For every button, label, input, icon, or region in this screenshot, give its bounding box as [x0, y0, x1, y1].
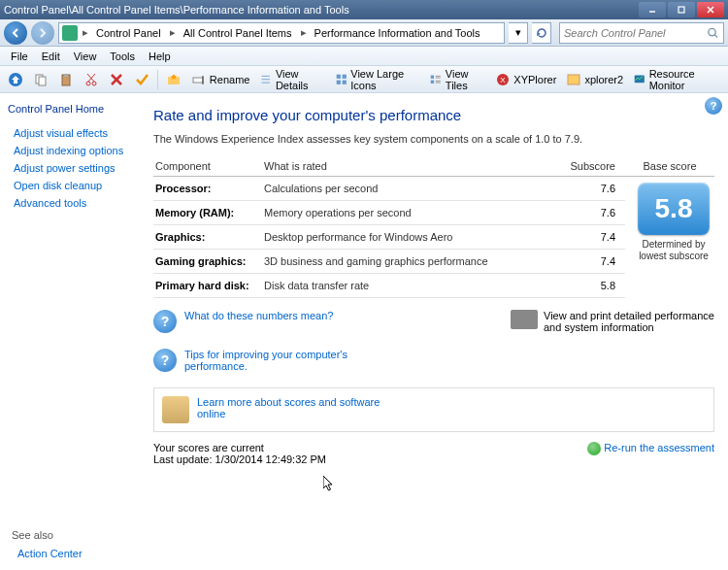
address-bar-row: ▸ Control Panel ▸ All Control Panel Item…	[0, 19, 728, 47]
paste-icon	[58, 72, 74, 87]
menu-tools[interactable]: Tools	[103, 49, 142, 64]
see-also-header: See also	[12, 529, 88, 541]
sidebar-link-advanced-tools[interactable]: Advanced tools	[8, 194, 146, 212]
view-details-button[interactable]: View Details	[255, 69, 328, 90]
svg-rect-1	[678, 7, 684, 13]
scissors-icon	[83, 72, 99, 87]
menu-bar: File Edit View Tools Help	[0, 47, 728, 66]
base-score-cell: 5.8 Determined by lowest subscore	[625, 177, 714, 298]
chevron-right-icon[interactable]: ▸	[299, 26, 309, 39]
search-icon	[707, 26, 719, 40]
minimize-button[interactable]	[639, 2, 666, 17]
view-large-icons-button[interactable]: View Large Icons	[331, 69, 424, 90]
nav-forward-button[interactable]	[31, 21, 54, 45]
view-print-link[interactable]: View and print detailed performance and …	[544, 310, 714, 333]
breadcrumb-seg-2[interactable]: Performance Information and Tools	[309, 23, 487, 43]
breadcrumb-bar[interactable]: ▸ Control Panel ▸ All Control Panel Item…	[58, 22, 505, 44]
svg-rect-35	[568, 75, 579, 84]
details-icon	[259, 72, 272, 87]
resmon-icon	[633, 72, 646, 87]
sidebar-link-indexing[interactable]: Adjust indexing options	[8, 142, 146, 159]
maximize-button[interactable]	[668, 2, 695, 17]
rerun-assessment[interactable]: Re-run the assessment	[587, 442, 714, 455]
question-icon: ?	[153, 349, 177, 372]
menu-help[interactable]: Help	[142, 49, 178, 64]
table-row: Processor: Calculations per second 7.6 5…	[153, 177, 714, 201]
help-icon[interactable]: ?	[705, 97, 722, 115]
toolbar-separator	[157, 70, 158, 89]
see-also-section: See also Action Center	[12, 529, 88, 562]
col-component: Component	[153, 156, 262, 177]
menu-edit[interactable]: Edit	[35, 49, 67, 64]
svg-rect-26	[342, 80, 346, 84]
intro-text: The Windows Experience Index assesses ke…	[153, 133, 714, 145]
sidebar-link-power[interactable]: Adjust power settings	[8, 159, 146, 177]
copy-button[interactable]	[29, 69, 52, 90]
chevron-right-icon[interactable]: ▸	[81, 26, 90, 39]
control-panel-home-link[interactable]: Control Panel Home	[8, 103, 146, 115]
svg-rect-25	[336, 80, 340, 84]
svg-line-5	[714, 34, 717, 37]
check-button[interactable]	[130, 69, 153, 90]
resource-monitor-button[interactable]: Resource Monitor	[629, 69, 724, 90]
svg-rect-18	[193, 78, 203, 83]
title-bar: Control Panel\All Control Panel Items\Pe…	[0, 0, 728, 19]
window-title: Control Panel\All Control Panel Items\Pe…	[4, 4, 637, 16]
breadcrumb-seg-0[interactable]: Control Panel	[90, 23, 168, 43]
search-input[interactable]	[564, 27, 707, 39]
view-tiles-button[interactable]: View Tiles	[425, 69, 489, 90]
sidebar: Control Panel Home Adjust visual effects…	[0, 93, 153, 570]
content-pane: ? Rate and improve your computer's perfo…	[153, 93, 728, 570]
question-icon: ?	[153, 310, 177, 333]
base-score-badge: 5.8	[638, 183, 710, 235]
see-also-action-center[interactable]: Action Center	[12, 545, 88, 562]
large-icons-icon	[335, 72, 348, 87]
up-button[interactable]	[4, 69, 27, 90]
rename-icon	[191, 72, 207, 87]
up-arrow-icon	[8, 72, 23, 87]
svg-rect-10	[64, 74, 68, 77]
address-dropdown-button[interactable]: ▾	[509, 22, 528, 44]
svg-point-12	[92, 82, 96, 85]
nav-back-button[interactable]	[4, 21, 27, 45]
main-area: Control Panel Home Adjust visual effects…	[0, 93, 728, 570]
learn-more-link[interactable]: Learn more about scores and software onl…	[197, 396, 391, 419]
help-row: ? Tips for improving your computer's per…	[153, 341, 491, 380]
help-row: ? What do these numbers mean?	[153, 302, 491, 341]
search-box[interactable]	[559, 22, 724, 44]
delete-button[interactable]	[105, 69, 128, 90]
svg-text:X: X	[501, 76, 507, 84]
svg-line-13	[88, 74, 95, 82]
svg-rect-30	[431, 80, 434, 83]
breadcrumb-seg-1[interactable]: All Control Panel Items	[178, 23, 299, 43]
sidebar-link-visual-effects[interactable]: Adjust visual effects	[8, 124, 146, 142]
rerun-link[interactable]: Re-run the assessment	[604, 442, 714, 453]
chevron-right-icon[interactable]: ▸	[168, 26, 178, 39]
close-button[interactable]	[697, 2, 724, 17]
refresh-green-icon	[587, 442, 601, 455]
toolbar: Rename View Details View Large Icons Vie…	[0, 66, 728, 93]
menu-file[interactable]: File	[4, 49, 35, 64]
svg-point-4	[709, 28, 715, 35]
print-info-box: View and print detailed performance and …	[511, 302, 714, 380]
control-panel-icon	[62, 25, 78, 41]
tips-link[interactable]: Tips for improving your computer's perfo…	[184, 349, 349, 372]
svg-rect-8	[39, 77, 46, 85]
xyplorer-icon: X	[495, 72, 511, 87]
new-folder-button[interactable]	[162, 69, 185, 90]
page-heading: Rate and improve your computer's perform…	[153, 107, 714, 123]
svg-rect-23	[336, 74, 340, 78]
cut-button[interactable]	[80, 69, 103, 90]
xplorer2-icon	[566, 72, 581, 87]
refresh-button[interactable]	[532, 22, 551, 44]
xplorer2-button[interactable]: xplorer2	[562, 69, 627, 90]
sidebar-link-disk-cleanup[interactable]: Open disk cleanup	[8, 177, 146, 194]
svg-point-11	[86, 82, 90, 85]
rename-button[interactable]: Rename	[187, 69, 254, 90]
what-numbers-link[interactable]: What do these numbers mean?	[184, 310, 333, 321]
xyplorer-button[interactable]: XXYPlorer	[491, 69, 560, 90]
paste-button[interactable]	[54, 69, 78, 90]
software-icon	[162, 396, 189, 423]
menu-view[interactable]: View	[67, 49, 104, 64]
svg-line-14	[87, 74, 94, 82]
